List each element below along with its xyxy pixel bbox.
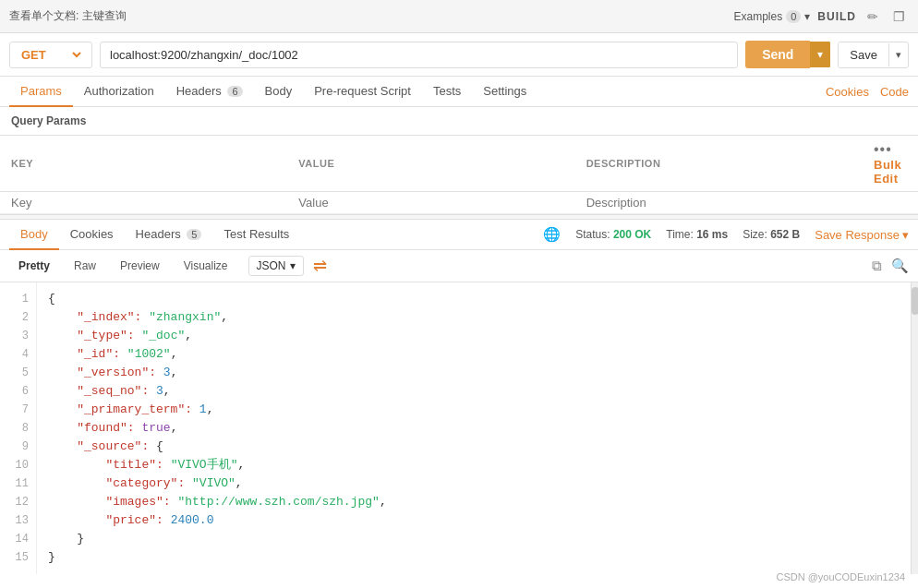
tab-headers[interactable]: Headers 6 [165, 77, 254, 107]
line-numbers: 123456789101112131415 [0, 282, 37, 574]
save-button[interactable]: Save [839, 42, 888, 67]
resp-tab-testresults[interactable]: Test Results [212, 220, 300, 250]
response-status: 🌐 Status: 200 OK Time: 16 ms Size: 652 B… [543, 226, 909, 243]
save-response-button[interactable]: Save Response ▾ [815, 228, 909, 242]
response-tabs: Body Cookies Headers 5 Test Results 🌐 St… [0, 220, 918, 250]
tab-prerequest[interactable]: Pre-request Script [303, 77, 422, 107]
col-description: DESCRIPTION [575, 136, 863, 192]
url-bar: GET POST PUT DELETE localhost:9200/zhang… [0, 33, 918, 77]
json-label: JSON [257, 259, 286, 272]
send-button[interactable]: Send [745, 41, 810, 68]
table-row [0, 192, 918, 214]
search-icon[interactable]: 🔍 [891, 258, 909, 274]
examples-badge: 0 [786, 10, 801, 23]
time-label: Time: 16 ms [666, 228, 728, 241]
top-bar: 查看单个文档: 主键查询 Examples 0 ▾ BUILD ✏ ❐ [0, 0, 918, 33]
examples-label: Examples [734, 10, 783, 23]
size-value: 652 B [770, 228, 800, 241]
chevron-down-icon: ▾ [290, 259, 296, 272]
method-select[interactable]: GET POST PUT DELETE [9, 42, 92, 68]
request-tabs: Params Authorization Headers 6 Body Pre-… [0, 77, 918, 107]
copy-icon[interactable]: ⧉ [872, 258, 882, 274]
key-input[interactable] [11, 196, 276, 210]
more-options-button[interactable]: ••• [874, 141, 892, 158]
page-title: 查看单个文档: 主键查询 [9, 8, 127, 24]
code-link[interactable]: Code [880, 85, 909, 99]
code-area: 123456789101112131415 { "_index": "zhang… [0, 282, 918, 574]
json-format-select[interactable]: JSON ▾ [248, 256, 304, 276]
globe-icon: 🌐 [543, 226, 561, 243]
format-bar: Pretty Raw Preview Visualize JSON ▾ ⇌ ⧉ … [0, 250, 918, 282]
value-input[interactable] [298, 196, 563, 210]
send-dropdown[interactable]: ▾ [810, 42, 830, 67]
col-key: KEY [0, 136, 287, 192]
pencil-icon[interactable]: ✏ [864, 7, 882, 26]
window-icon[interactable]: ❐ [889, 7, 909, 26]
fmt-tab-pretty[interactable]: Pretty [9, 256, 59, 276]
tab-body[interactable]: Body [254, 77, 304, 107]
params-table: KEY VALUE DESCRIPTION ••• Bulk Edit [0, 135, 918, 214]
tab-links: Cookies Code [826, 85, 909, 99]
bulk-edit-button[interactable]: Bulk Edit [874, 158, 901, 186]
url-input[interactable]: localhost:9200/zhangxin/_doc/1002 [100, 42, 738, 68]
save-button-group: Save ▾ [838, 42, 909, 68]
query-params-title: Query Params [0, 107, 918, 135]
description-input[interactable] [586, 196, 852, 210]
size-label: Size: 652 B [743, 228, 800, 241]
status-value: 200 OK [613, 228, 651, 241]
method-dropdown[interactable]: GET POST PUT DELETE [18, 47, 84, 63]
top-bar-right: Examples 0 ▾ BUILD ✏ ❐ [734, 7, 909, 26]
tab-params[interactable]: Params [9, 77, 73, 107]
fmt-tab-raw[interactable]: Raw [65, 256, 105, 276]
status-label: Status: 200 OK [575, 228, 651, 241]
code-content: { "_index": "zhangxin", "_type": "_doc",… [37, 282, 918, 574]
tab-authorization[interactable]: Authorization [73, 77, 165, 107]
scrollbar[interactable] [911, 282, 918, 574]
col-value: VALUE [287, 136, 574, 192]
fmt-tab-preview[interactable]: Preview [111, 256, 169, 276]
watermark: CSDN @youCODEuxin1234 [776, 571, 905, 574]
chevron-down-icon: ▾ [902, 228, 909, 242]
resp-tab-body[interactable]: Body [9, 220, 59, 250]
resp-tab-headers[interactable]: Headers 5 [125, 220, 213, 250]
send-button-group: Send ▾ [745, 41, 830, 68]
format-actions: ⧉ 🔍 [872, 258, 909, 274]
time-value: 16 ms [696, 228, 728, 241]
tab-settings[interactable]: Settings [472, 77, 538, 107]
chevron-down-icon: ▾ [804, 10, 810, 23]
build-button[interactable]: BUILD [817, 10, 856, 23]
tab-tests[interactable]: Tests [422, 77, 472, 107]
save-dropdown[interactable]: ▾ [888, 43, 908, 66]
resp-tab-cookies[interactable]: Cookies [59, 220, 125, 250]
examples-button[interactable]: Examples 0 ▾ [734, 10, 811, 23]
scroll-thumb[interactable] [912, 287, 918, 315]
col-actions: ••• Bulk Edit [863, 136, 918, 192]
wrap-icon[interactable]: ⇌ [313, 256, 327, 276]
cookies-link[interactable]: Cookies [826, 85, 869, 99]
fmt-tab-visualize[interactable]: Visualize [175, 256, 237, 276]
